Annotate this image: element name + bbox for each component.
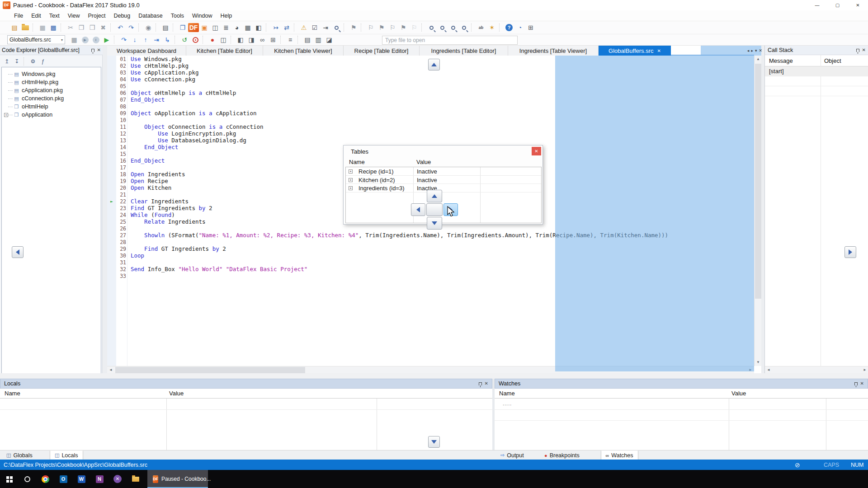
run-to-cursor-icon[interactable]: ⇥ bbox=[151, 35, 162, 44]
word-icon[interactable]: W bbox=[72, 470, 90, 488]
outlook-icon[interactable]: O bbox=[54, 470, 72, 488]
last-bookmark-icon[interactable]: ⚑ bbox=[398, 23, 409, 32]
call-stack-row[interactable]: [start] bbox=[765, 66, 868, 76]
class-browser-icon[interactable]: ◫ bbox=[210, 23, 221, 32]
vertical-scroll-thumb[interactable] bbox=[755, 64, 761, 299]
tab-ingredients-table-viewer-[interactable]: Ingredients [Table Viewer] bbox=[508, 46, 599, 56]
splitter[interactable] bbox=[0, 373, 868, 379]
close-panel-icon[interactable]: ✕ bbox=[862, 48, 866, 52]
close-document-icon[interactable]: ✕ bbox=[759, 48, 762, 53]
dock-center-guide[interactable] bbox=[426, 203, 443, 216]
toggle-bookmark-icon[interactable]: ⚑ bbox=[348, 23, 359, 32]
pin-icon[interactable] bbox=[91, 49, 94, 52]
tab-kitchen-table-editor-[interactable]: Kitchen [Table Editor] bbox=[186, 46, 263, 56]
watch-row[interactable]: ..... bbox=[503, 401, 512, 406]
tab-globalbuffers-src[interactable]: GlobalBuffers.src✕ bbox=[599, 46, 671, 56]
locals-window-icon[interactable]: ◧ bbox=[235, 35, 246, 44]
about-icon[interactable]: ◔ bbox=[514, 23, 525, 32]
bottom-tab-watches[interactable]: ∞Watches bbox=[601, 450, 638, 460]
restart-icon[interactable]: ↺ bbox=[179, 35, 190, 44]
expand-icon[interactable]: + bbox=[349, 186, 353, 190]
open-folder-icon[interactable] bbox=[20, 23, 31, 32]
close-panel-icon[interactable]: ✕ bbox=[485, 381, 488, 386]
call-stack-horizontal-scrollbar[interactable]: ◄ ► bbox=[765, 366, 868, 373]
globals-window-icon[interactable]: ◨ bbox=[246, 35, 257, 44]
close-button[interactable]: ✕ bbox=[848, 0, 868, 10]
palette-icon[interactable]: ◕ bbox=[231, 23, 242, 32]
column-divider[interactable] bbox=[166, 399, 167, 450]
scroll-up-icon[interactable]: ▲ bbox=[755, 56, 762, 63]
expand-icon[interactable]: + bbox=[349, 169, 353, 174]
stop-icon[interactable] bbox=[190, 35, 201, 44]
start-button[interactable] bbox=[0, 470, 18, 488]
tables-window-icon[interactable]: ⊞ bbox=[268, 35, 278, 44]
bottom-tab-locals[interactable]: ◫Locals bbox=[50, 450, 83, 460]
minimize-button[interactable]: — bbox=[807, 0, 827, 10]
column-divider[interactable] bbox=[821, 55, 821, 366]
save-icon[interactable]: ▦ bbox=[37, 23, 48, 32]
scroll-tabs-left-icon[interactable]: ◂ bbox=[747, 48, 750, 53]
undo-icon[interactable]: ↶ bbox=[115, 23, 126, 32]
step-over-icon[interactable]: ↷ bbox=[118, 35, 129, 44]
dock-edge-right-guide[interactable] bbox=[844, 246, 856, 258]
find-next-icon[interactable] bbox=[448, 23, 458, 32]
prev-bookmark-icon[interactable]: ⚐ bbox=[365, 23, 376, 32]
file-open-input[interactable] bbox=[382, 36, 518, 45]
run-icon[interactable]: ▶ bbox=[80, 35, 90, 44]
new-view-icon[interactable]: ◧ bbox=[253, 23, 264, 32]
expand-all-icon[interactable]: ↥ bbox=[2, 57, 12, 66]
dock-edge-bottom-guide[interactable] bbox=[428, 436, 440, 448]
dock-edge-top-guide[interactable] bbox=[428, 59, 440, 70]
cortana-search-icon[interactable] bbox=[18, 470, 36, 488]
tree-item-capplication-pkg[interactable]: ▤cApplication.pkg bbox=[2, 86, 101, 94]
tree-item-oapplication[interactable]: +❒oApplication bbox=[2, 111, 101, 119]
table-row[interactable]: +Ingredients (id=3)Inactive bbox=[346, 184, 541, 192]
show-methods-icon[interactable]: ⚙ bbox=[28, 57, 38, 66]
goto-icon[interactable]: ↣ bbox=[270, 23, 281, 32]
find-file-icon[interactable] bbox=[331, 23, 342, 32]
step-out-icon[interactable]: ↑ bbox=[140, 35, 151, 44]
tab-list-icon[interactable]: ▾ bbox=[755, 48, 757, 53]
onenote-icon[interactable]: N bbox=[90, 470, 108, 488]
error-list-icon[interactable]: ⚠ bbox=[298, 23, 309, 32]
menu-edit[interactable]: Edit bbox=[27, 11, 45, 20]
file-explorer-icon[interactable] bbox=[127, 470, 145, 488]
scro ll-right-icon[interactable]: ► bbox=[861, 366, 868, 374]
expand-icon[interactable]: + bbox=[349, 178, 353, 182]
tab-kitchen-table-viewer-[interactable]: Kitchen [Table Viewer] bbox=[263, 46, 344, 56]
first-bookmark-icon[interactable]: ⚐ bbox=[387, 23, 398, 32]
bottom-tab-output[interactable]: ⇨Output bbox=[496, 450, 528, 460]
taskbar-active-app[interactable]: DF Paused - Cookboo... bbox=[147, 470, 208, 488]
source-file-combo[interactable]: GlobalBuffers.src ▾ bbox=[7, 35, 65, 44]
pause-icon[interactable]: ‖ bbox=[90, 35, 101, 44]
tables-dialog[interactable]: Tables ✕ Name Value +Recipe (id=1)Inacti… bbox=[343, 145, 543, 225]
horizontal-scroll-thumb[interactable] bbox=[115, 367, 305, 373]
record-macro-icon[interactable]: ◉ bbox=[143, 23, 154, 32]
table-lookup-icon[interactable]: ▦ bbox=[242, 23, 253, 32]
db-builder-icon[interactable]: ▤ bbox=[302, 35, 313, 44]
editor-vertical-scrollbar[interactable]: ▲ ▼ bbox=[754, 56, 761, 366]
menu-tools[interactable]: Tools bbox=[167, 11, 188, 20]
tree-item-cconnection-pkg[interactable]: ▤cConnection.pkg bbox=[2, 94, 101, 103]
clear-bookmarks-icon[interactable]: ⚐ bbox=[409, 23, 420, 32]
column-divider[interactable] bbox=[729, 399, 729, 450]
scroll-left-icon[interactable]: ◄ bbox=[107, 366, 114, 374]
close-tab-icon[interactable]: ✕ bbox=[657, 48, 661, 53]
collapse-all-icon[interactable]: ↧ bbox=[12, 57, 22, 66]
splitter[interactable] bbox=[761, 46, 764, 376]
menu-database[interactable]: Database bbox=[134, 11, 167, 20]
column-divider[interactable] bbox=[377, 399, 377, 450]
scroll-down-icon[interactable]: ▼ bbox=[755, 359, 762, 366]
menu-debug[interactable]: Debug bbox=[109, 11, 134, 20]
close-panel-icon[interactable]: ✕ bbox=[860, 381, 864, 386]
menu-view[interactable]: View bbox=[64, 11, 84, 20]
sql-monitor-icon[interactable]: ◪ bbox=[324, 35, 335, 44]
checklist-icon[interactable]: ☑ bbox=[309, 23, 320, 32]
copy-html-icon[interactable]: ❐ bbox=[177, 23, 188, 32]
tree-item-windows-pkg[interactable]: ▤Windows.pkg bbox=[2, 70, 101, 78]
replace-icon[interactable]: ab bbox=[476, 23, 486, 32]
dock-top-guide[interactable] bbox=[427, 190, 442, 202]
menu-project[interactable]: Project bbox=[84, 11, 110, 20]
table-row[interactable]: +Recipe (id=1)Inactive bbox=[346, 167, 541, 176]
help-icon[interactable]: ? bbox=[504, 23, 514, 32]
